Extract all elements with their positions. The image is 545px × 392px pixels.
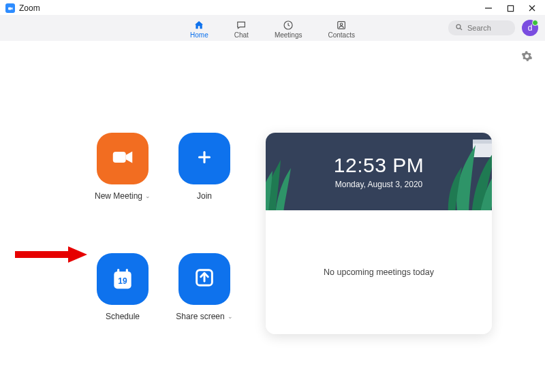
toolbar-right: d [448,20,538,36]
nav-label: Contacts [328,31,354,39]
share-screen-button[interactable] [178,253,230,305]
chevron-down-icon: ⌄ [145,193,151,199]
meetings-empty-state: No upcoming meetings today [266,210,492,334]
nav-label: Meetings [275,31,302,39]
svg-rect-10 [113,152,126,163]
tab-meetings[interactable]: Meetings [273,17,304,41]
avatar-initial: d [528,23,533,33]
action-label: Schedule [106,312,140,321]
action-label[interactable]: Share screen ⌄ [176,312,232,321]
titlebar: Zoom [0,0,545,15]
toolbar: Home Chat Meetings Contacts [0,15,545,41]
titlebar-left: Zoom [5,3,40,13]
clock-panel: 12:53 PM Monday, August 3, 2020 [266,133,492,210]
app-title: Zoom [19,3,40,13]
calendar-day: 19 [118,276,127,286]
gear-icon[interactable] [521,50,533,65]
schedule-button[interactable]: 19 [97,253,149,305]
svg-marker-21 [68,246,87,263]
plant-illustration-right [417,134,492,210]
clock-date: Monday, August 3, 2020 [335,180,423,189]
meetings-card: 12:53 PM Monday, August 3, 2020 No upcom… [266,133,492,334]
empty-meetings-text: No upcoming meetings today [324,267,434,277]
settings-row [0,41,545,65]
tab-home[interactable]: Home [189,17,210,41]
actions-grid: New Meeting ⌄ Join 19 Sch [20,133,252,334]
nav-label: Home [190,31,208,39]
plant-illustration-left [266,153,308,210]
search-input[interactable] [467,24,508,32]
action-label: Join [197,191,212,201]
video-icon [110,144,136,173]
maximize-button[interactable] [505,3,515,13]
app-icon [5,3,15,13]
calendar-icon: 19 [109,265,136,293]
action-share-screen: Share screen ⌄ [164,253,245,334]
contacts-icon [335,20,347,31]
close-button[interactable] [527,3,537,13]
chevron-down-icon: ⌄ [228,313,233,320]
svg-rect-2 [508,5,513,11]
plus-icon [194,147,215,170]
avatar[interactable]: d [522,20,538,36]
nav: Home Chat Meetings Contacts [189,15,356,41]
search-icon [455,22,463,34]
svg-rect-0 [8,7,12,10]
svg-rect-14 [117,269,119,273]
tab-contacts[interactable]: Contacts [326,17,356,41]
home-icon [193,20,205,31]
clock-time: 12:53 PM [334,154,424,177]
search-box[interactable] [448,20,515,35]
action-label[interactable]: New Meeting ⌄ [95,191,151,201]
action-schedule: 19 Schedule [82,253,164,334]
svg-point-8 [456,24,461,29]
chat-icon [235,20,247,31]
window-controls [484,3,540,13]
clock-icon [282,20,294,31]
minimize-button[interactable] [484,3,493,13]
new-meeting-button[interactable] [97,133,149,184]
nav-label: Chat [234,31,249,39]
annotation-arrow [12,245,87,267]
main: New Meeting ⌄ Join 19 Sch [0,65,545,334]
svg-point-7 [341,23,343,25]
action-join: Join [164,133,245,214]
share-up-icon [193,267,215,291]
action-new-meeting: New Meeting ⌄ [82,133,164,214]
tab-chat[interactable]: Chat [233,17,250,41]
svg-rect-15 [126,269,128,273]
svg-line-9 [461,29,463,31]
svg-rect-19 [473,140,492,144]
join-button[interactable] [178,133,230,184]
